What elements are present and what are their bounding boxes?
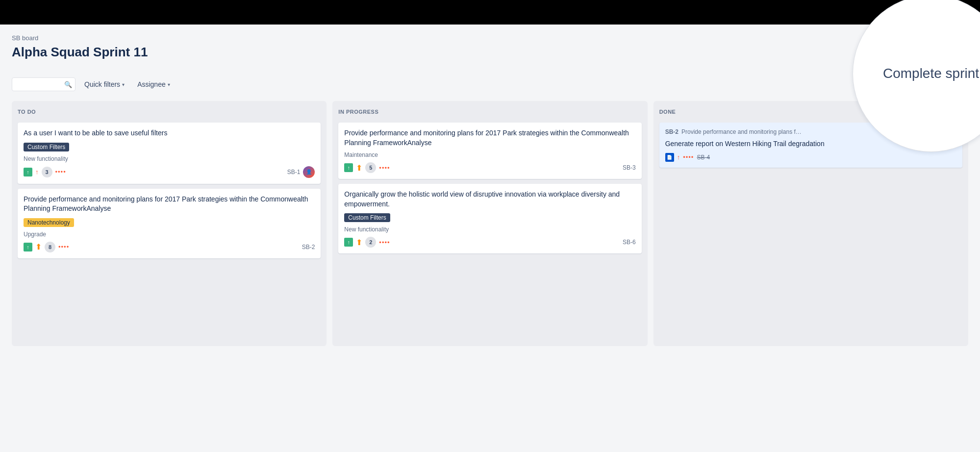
card-sb1-footer: ↑ ↑ 3 •••• SB-1 👤: [24, 166, 315, 178]
story-icon-sb6: ↑: [344, 238, 353, 247]
card-sb6-meta: New functionality: [344, 226, 635, 233]
card-sb3[interactable]: Provide performance and monitoring plans…: [338, 123, 641, 179]
search-icon: 🔍: [64, 81, 72, 88]
story-icon-sb3: ↑: [344, 163, 353, 172]
page-title: Alpha Squad Sprint 11: [12, 45, 148, 60]
card-sb2[interactable]: Provide performance and monitoring plans…: [18, 189, 321, 258]
column-todo: TO DO As a user I want to be able to sav…: [12, 101, 327, 346]
complete-sprint-label[interactable]: Complete sprint: [873, 56, 980, 91]
card-sb3-title: Provide performance and monitoring plans…: [344, 128, 635, 148]
card-sb6[interactable]: Organically grow the holistic world view…: [338, 184, 641, 253]
column-inprogress-header: IN PROGRESS: [338, 107, 641, 117]
column-todo-header: TO DO: [18, 107, 321, 117]
chevron-down-icon: ▾: [122, 82, 125, 87]
card-sb2-tag: Nanotechnology: [24, 218, 74, 227]
toolbar: 🔍 Quick filters ▾ Assignee ▾: [12, 77, 968, 91]
card-sb4-parent-id: SB-2: [665, 128, 678, 135]
card-id-sb4: SB-4: [697, 154, 710, 161]
card-sb1-meta: New functionality: [24, 155, 315, 162]
chevron-down-icon-2: ▾: [168, 82, 170, 87]
column-inprogress: IN PROGRESS Provide performance and moni…: [332, 101, 647, 346]
search-box[interactable]: 🔍: [12, 77, 75, 91]
card-sb6-footer: ↑ ⬆ 2 •••• SB-6: [344, 237, 635, 248]
card-sb3-meta: Maintenance: [344, 151, 635, 158]
breadcrumb: SB board: [12, 34, 968, 42]
dots-sb4: ••••: [683, 153, 694, 161]
card-id-sb1: SB-1: [287, 169, 301, 176]
card-sb4-parent-title: Provide performance and monitoring plans…: [681, 128, 804, 135]
card-sb3-footer: ↑ ⬆ 5 •••• SB-3: [344, 162, 635, 173]
dots-sb3: ••••: [379, 164, 390, 172]
card-sb2-meta: Upgrade: [24, 231, 315, 238]
card-id-sb3: SB-3: [623, 164, 636, 171]
priority-icon-sb2: ⬆: [35, 242, 42, 251]
quick-filters-button[interactable]: Quick filters ▾: [80, 77, 128, 91]
card-sb1[interactable]: As a user I want to be able to save usef…: [18, 123, 321, 184]
card-sb4-footer: 📄 ↑ •••• SB-4: [665, 153, 956, 162]
dots-sb6: ••••: [379, 239, 390, 246]
card-id-sb2: SB-2: [302, 244, 315, 251]
main-content: Complete sprint SB board Alpha Squad Spr…: [0, 25, 980, 452]
card-sb2-footer: ↑ ⬆ 8 •••• SB-2: [24, 242, 315, 252]
story-icon-sb2: ↑: [24, 243, 32, 251]
card-sb1-title: As a user I want to be able to save usef…: [24, 128, 315, 138]
board: TO DO As a user I want to be able to sav…: [12, 101, 968, 346]
priority-icon-sb4: ↑: [677, 153, 680, 161]
dots-sb2: ••••: [58, 243, 69, 251]
assignee-filter-button[interactable]: Assignee ▾: [133, 77, 174, 91]
points-sb2: 8: [45, 242, 55, 252]
doc-icon-sb4: 📄: [665, 153, 674, 162]
priority-icon-sb6: ⬆: [356, 238, 362, 247]
priority-icon-sb1: ↑: [35, 168, 39, 176]
dots-sb1: ••••: [55, 168, 66, 176]
card-sb6-tag: Custom Filters: [344, 213, 390, 222]
avatar-sb1: 👤: [303, 166, 315, 178]
card-sb6-title: Organically grow the holistic world view…: [344, 190, 635, 209]
points-sb6: 2: [365, 237, 376, 248]
search-input[interactable]: [17, 80, 61, 88]
points-sb1: 3: [42, 167, 52, 177]
card-sb1-tag: Custom Filters: [24, 143, 69, 151]
points-sb3: 5: [365, 162, 376, 173]
header-row: Alpha Squad Sprint 11 ☆ ⏱ 0 days ···: [12, 45, 968, 68]
priority-icon-sb3: ⬆: [356, 163, 362, 173]
card-id-sb6: SB-6: [623, 239, 636, 246]
top-bar: [0, 0, 980, 25]
story-icon-sb1: ↑: [24, 168, 32, 176]
card-sb2-title: Provide performance and monitoring plans…: [24, 195, 315, 214]
